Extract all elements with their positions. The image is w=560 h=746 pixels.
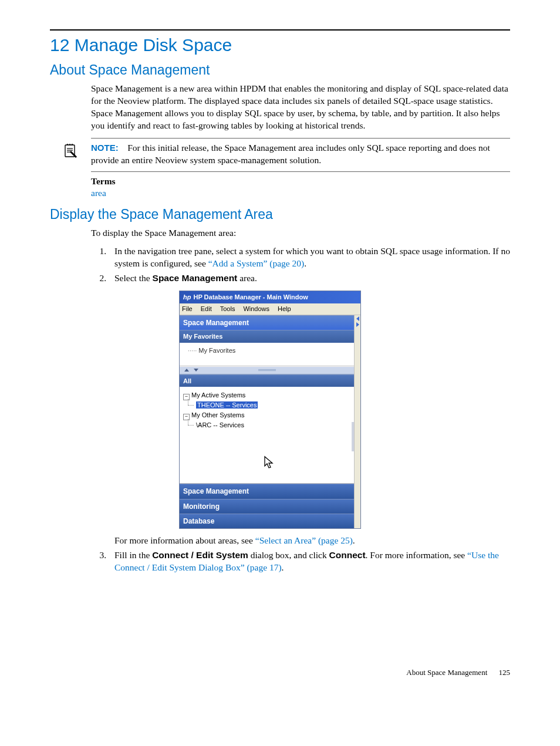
section-about-title: About Space Management (50, 62, 510, 78)
side-toggle[interactable] (354, 315, 360, 528)
app-screenshot: hpHP Database Manager - Main Window File… (179, 291, 361, 529)
bar-my-favorites[interactable]: My Favorites (180, 330, 354, 343)
nav-pane: Space Management My Favorites ····· My F… (180, 315, 354, 528)
bar-database[interactable]: Database (180, 514, 354, 528)
menu-edit[interactable]: Edit (201, 305, 212, 313)
footer-page-number: 125 (499, 668, 511, 677)
step2-after-image: For more information about areas, see “S… (114, 535, 510, 547)
note-icon (63, 143, 78, 161)
bar-all[interactable]: All (180, 374, 354, 387)
tree-theone[interactable]: THEONE -- Services (183, 400, 350, 410)
menu-help[interactable]: Help (278, 305, 291, 313)
chapter-title: 12 Manage Disk Space (50, 35, 510, 55)
tree-active-systems[interactable]: My Active Systems (183, 390, 350, 400)
window-titlebar: hpHP Database Manager - Main Window (180, 291, 360, 303)
link-select-area[interactable]: “Select an Area” (page 25) (255, 535, 353, 545)
tree-pane: My Active Systems THEONE -- Services My … (180, 387, 354, 484)
step3-bold2: Connect (329, 550, 366, 560)
about-paragraph: Space Management is a new area within HP… (50, 83, 510, 132)
hp-logo: hp (183, 293, 191, 301)
bar-space-management[interactable]: Space Management (180, 315, 354, 330)
chevron-left-icon (356, 316, 359, 321)
menu-tools[interactable]: Tools (220, 305, 235, 313)
screenshot-body: Space Management My Favorites ····· My F… (180, 315, 360, 528)
menu-file[interactable]: File (182, 305, 193, 313)
chevron-right-icon (356, 322, 359, 327)
terms-block: Terms area (50, 175, 510, 200)
terms-label: Terms (91, 175, 510, 188)
splitter[interactable] (180, 366, 354, 374)
terms-link[interactable]: area (91, 187, 510, 200)
tree-arc[interactable]: \ARC -- Services (183, 420, 350, 430)
page-footer: About Space Management 125 (50, 668, 510, 677)
step-3: Fill in the Connect / Edit System dialog… (109, 549, 510, 574)
fav-item[interactable]: My Favorites (198, 347, 235, 354)
note-block: NOTE: For this initial release, the Spac… (50, 142, 510, 167)
step2-bold: Space Management (153, 273, 238, 283)
note-text: NOTE: For this initial release, the Spac… (85, 142, 510, 167)
bar-monitoring[interactable]: Monitoring (180, 499, 354, 514)
note-body: For this initial release, the Space Mana… (91, 143, 490, 165)
menu-windows[interactable]: Windows (243, 305, 269, 313)
top-rule (50, 29, 510, 31)
step-1: In the navigation tree pane, select a sy… (109, 245, 510, 270)
page-container: 12 Manage Disk Space About Space Managem… (0, 0, 560, 695)
step3-bold1: Connect / Edit System (152, 550, 248, 560)
favorites-pane: ····· My Favorites (180, 343, 354, 366)
window-title: HP Database Manager - Main Window (193, 293, 308, 301)
bar-space-management-2[interactable]: Space Management (180, 484, 354, 498)
display-intro: To display the Space Management area: (50, 227, 510, 239)
note-separator-top (91, 138, 510, 139)
step-2: Select the Space Management area. hpHP D… (109, 272, 510, 547)
note-label: NOTE: (91, 143, 119, 153)
note-separator-bottom (91, 171, 510, 172)
footer-text: About Space Management (406, 668, 487, 677)
menu-bar: File Edit Tools Windows Help (180, 303, 360, 315)
link-add-system[interactable]: “Add a System” (page 20) (208, 258, 305, 268)
steps-list: In the navigation tree pane, select a sy… (50, 245, 510, 574)
section-display-title: Display the Space Management Area (50, 207, 510, 222)
tree-other-systems[interactable]: My Other Systems (183, 410, 350, 420)
